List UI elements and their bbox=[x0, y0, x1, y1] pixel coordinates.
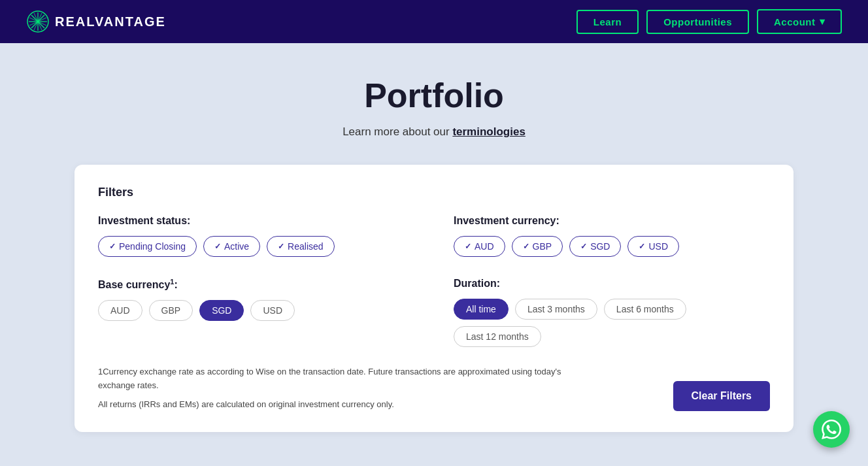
pill-realised[interactable]: ✓ Realised bbox=[267, 236, 334, 257]
footnote-area: 1Currency exchange rate as according to … bbox=[98, 365, 770, 411]
investment-currency-label: Investment currency: bbox=[454, 215, 770, 227]
filter-card: Filters Investment status: ✓ Pending Clo… bbox=[75, 165, 793, 432]
terminologies-link[interactable]: terminologies bbox=[452, 125, 525, 138]
footnotes: 1Currency exchange rate as according to … bbox=[98, 365, 595, 411]
account-button[interactable]: Account ▾ bbox=[757, 9, 842, 34]
pill-aud-base[interactable]: AUD bbox=[98, 300, 142, 321]
pill-sgd-base[interactable]: SGD bbox=[199, 300, 244, 321]
investment-status-label: Investment status: bbox=[98, 215, 414, 227]
pill-last-6-months[interactable]: Last 6 months bbox=[604, 299, 686, 320]
logo[interactable]: REALVANTAGE bbox=[26, 10, 166, 33]
pill-pending-closing[interactable]: ✓ Pending Closing bbox=[98, 236, 197, 257]
pill-last-3-months[interactable]: Last 3 months bbox=[515, 299, 597, 320]
check-icon: ✓ bbox=[214, 242, 221, 251]
pill-usd-base[interactable]: USD bbox=[250, 300, 295, 321]
opportunities-button[interactable]: Opportunities bbox=[646, 10, 749, 34]
check-icon: ✓ bbox=[580, 242, 587, 251]
page-subtitle: Learn more about our terminologies bbox=[26, 125, 842, 139]
whatsapp-fab[interactable] bbox=[813, 411, 850, 448]
nav-links: Learn Opportunities Account ▾ bbox=[576, 9, 842, 34]
learn-button[interactable]: Learn bbox=[576, 10, 639, 34]
pill-active[interactable]: ✓ Active bbox=[203, 236, 260, 257]
logo-text: REALVANTAGE bbox=[55, 14, 166, 29]
investment-status-pills: ✓ Pending Closing ✓ Active ✓ Realised bbox=[98, 236, 414, 257]
duration-pills: All time Last 3 months Last 6 months Las… bbox=[454, 299, 770, 347]
footnote-2: All returns (IRRs and EMs) are calculate… bbox=[98, 398, 595, 412]
base-currency-label: Base currency1: bbox=[98, 278, 414, 291]
duration-section: Duration: All time Last 3 months Last 6 … bbox=[454, 278, 770, 347]
check-icon: ✓ bbox=[278, 242, 284, 251]
pill-gbp-base[interactable]: GBP bbox=[149, 300, 193, 321]
pill-usd-currency[interactable]: ✓ USD bbox=[627, 236, 679, 257]
investment-currency-pills: ✓ AUD ✓ GBP ✓ SGD ✓ USD bbox=[454, 236, 770, 257]
pill-aud-currency[interactable]: ✓ AUD bbox=[454, 236, 505, 257]
pill-last-12-months[interactable]: Last 12 months bbox=[454, 326, 541, 347]
investment-status-section: Investment status: ✓ Pending Closing ✓ A… bbox=[98, 215, 414, 257]
check-icon: ✓ bbox=[465, 242, 471, 251]
footnote-1: 1Currency exchange rate as according to … bbox=[98, 365, 595, 393]
check-icon: ✓ bbox=[523, 242, 529, 251]
pill-gbp-currency[interactable]: ✓ GBP bbox=[512, 236, 563, 257]
page-title: Portfolio bbox=[26, 76, 842, 115]
pill-sgd-currency[interactable]: ✓ SGD bbox=[569, 236, 621, 257]
base-currency-section: Base currency1: AUD GBP SGD USD bbox=[98, 278, 414, 347]
check-icon: ✓ bbox=[639, 242, 645, 251]
clear-filters-button[interactable]: Clear Filters bbox=[673, 381, 770, 411]
base-currency-pills: AUD GBP SGD USD bbox=[98, 300, 414, 321]
duration-label: Duration: bbox=[454, 278, 770, 290]
main-content: Portfolio Learn more about our terminolo… bbox=[0, 43, 868, 458]
logo-icon bbox=[26, 10, 50, 33]
pill-all-time[interactable]: All time bbox=[454, 299, 509, 320]
filters-title: Filters bbox=[98, 186, 770, 199]
chevron-down-icon: ▾ bbox=[820, 16, 826, 27]
check-icon: ✓ bbox=[109, 242, 116, 251]
investment-currency-section: Investment currency: ✓ AUD ✓ GBP ✓ SGD bbox=[454, 215, 770, 257]
whatsapp-icon bbox=[822, 420, 841, 439]
filter-grid: Investment status: ✓ Pending Closing ✓ A… bbox=[98, 215, 770, 347]
navbar: REALVANTAGE Learn Opportunities Account … bbox=[0, 0, 868, 43]
